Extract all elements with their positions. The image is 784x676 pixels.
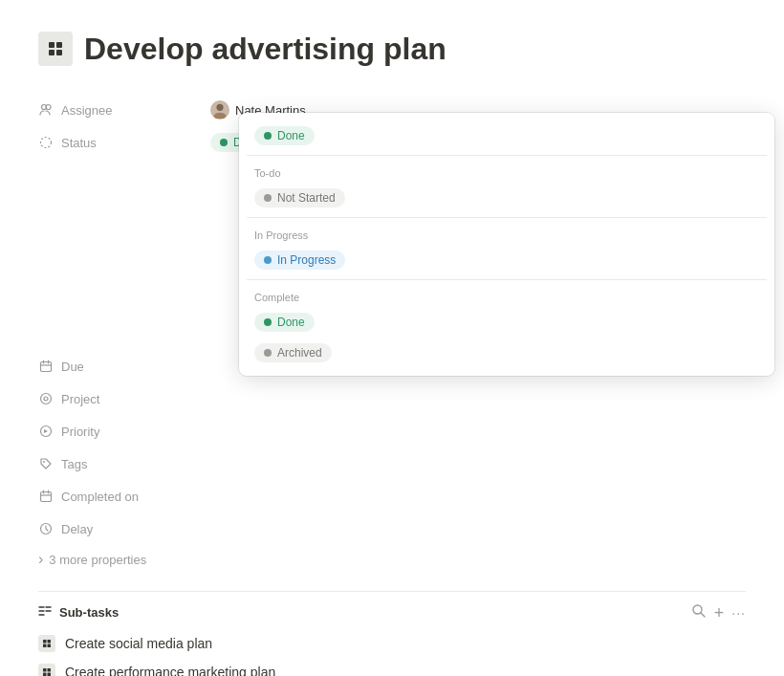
status-label: Status xyxy=(38,135,210,150)
delay-label: Delay xyxy=(38,521,210,536)
svg-point-14 xyxy=(44,397,48,401)
due-label: Due xyxy=(38,359,210,374)
svg-point-16 xyxy=(43,461,45,463)
project-row: Project xyxy=(38,382,746,415)
section-complete: Complete xyxy=(247,284,767,307)
svg-point-13 xyxy=(41,394,52,404)
page-icon xyxy=(38,32,73,66)
page-title-row: Develop advertising plan xyxy=(38,31,746,67)
subtasks-header: Sub-tasks + ··· xyxy=(38,603,746,621)
tags-row: Tags xyxy=(38,447,746,480)
svg-rect-32 xyxy=(48,644,52,648)
dropdown-selected-pill[interactable]: Done xyxy=(254,126,315,145)
search-icon[interactable] xyxy=(691,603,707,621)
svg-rect-17 xyxy=(41,492,52,502)
svg-rect-29 xyxy=(43,640,47,643)
properties-section: Assignee Nate Martins xyxy=(38,94,746,572)
svg-point-8 xyxy=(41,138,52,148)
priority-label: Priority xyxy=(38,424,210,439)
svg-rect-1 xyxy=(56,42,62,48)
page-title: Develop advertising plan xyxy=(84,31,446,67)
due-icon xyxy=(38,359,54,374)
svg-rect-0 xyxy=(49,42,54,48)
svg-rect-33 xyxy=(43,668,47,672)
svg-point-6 xyxy=(216,104,223,111)
project-label: Project xyxy=(38,391,210,406)
section-todo: To-do xyxy=(247,160,767,183)
delay-icon xyxy=(38,521,54,536)
option-archived[interactable]: Archived xyxy=(247,338,767,368)
option-in-progress[interactable]: In Progress xyxy=(247,245,767,275)
status-dot xyxy=(220,139,228,146)
option-done[interactable]: Done xyxy=(247,307,767,338)
assignee-label: Assignee xyxy=(38,102,210,118)
divider xyxy=(247,155,767,156)
tags-icon xyxy=(38,456,54,471)
avatar xyxy=(210,100,229,120)
completed-on-label: Completed on xyxy=(38,489,210,504)
svg-point-7 xyxy=(214,113,227,119)
subtask-item[interactable]: Create social media plan xyxy=(38,629,746,658)
divider-3 xyxy=(247,279,767,280)
svg-rect-9 xyxy=(41,362,52,372)
tags-label: Tags xyxy=(38,456,210,471)
add-subtask-button[interactable]: + xyxy=(714,604,725,621)
svg-rect-30 xyxy=(48,640,52,643)
delay-row: Delay xyxy=(38,512,746,545)
completed-on-icon xyxy=(38,489,54,504)
subtasks-more-icon[interactable]: ··· xyxy=(731,605,746,621)
completed-on-row: Completed on xyxy=(38,480,746,512)
more-properties[interactable]: › 3 more properties xyxy=(38,547,746,572)
subtask-page-icon-1 xyxy=(38,635,55,652)
option-not-started[interactable]: Not Started xyxy=(247,183,767,213)
assignee-icon xyxy=(38,102,54,118)
svg-rect-3 xyxy=(56,50,62,55)
subtasks-section: Sub-tasks + ··· xyxy=(38,591,746,676)
status-dropdown: Done To-do Not Started In Progress In Pr… xyxy=(239,113,774,376)
divider-2 xyxy=(247,217,767,218)
subtask-page-icon-2 xyxy=(38,664,55,676)
status-icon xyxy=(38,135,54,150)
svg-rect-2 xyxy=(49,50,54,55)
priority-icon xyxy=(38,424,54,439)
priority-row: Priority xyxy=(38,415,746,447)
svg-rect-31 xyxy=(43,644,47,648)
svg-rect-34 xyxy=(48,668,52,672)
section-in-progress: In Progress xyxy=(247,222,767,245)
chevron-down-icon: › xyxy=(38,551,43,568)
dropdown-selected-row: Done xyxy=(247,120,767,151)
subtask-item[interactable]: Create performance marketing plan xyxy=(38,658,746,676)
subtasks-title: Sub-tasks xyxy=(38,604,119,621)
project-icon xyxy=(38,391,54,406)
svg-line-28 xyxy=(701,613,705,617)
subtasks-icon xyxy=(38,604,52,621)
subtasks-actions: + ··· xyxy=(691,603,746,621)
